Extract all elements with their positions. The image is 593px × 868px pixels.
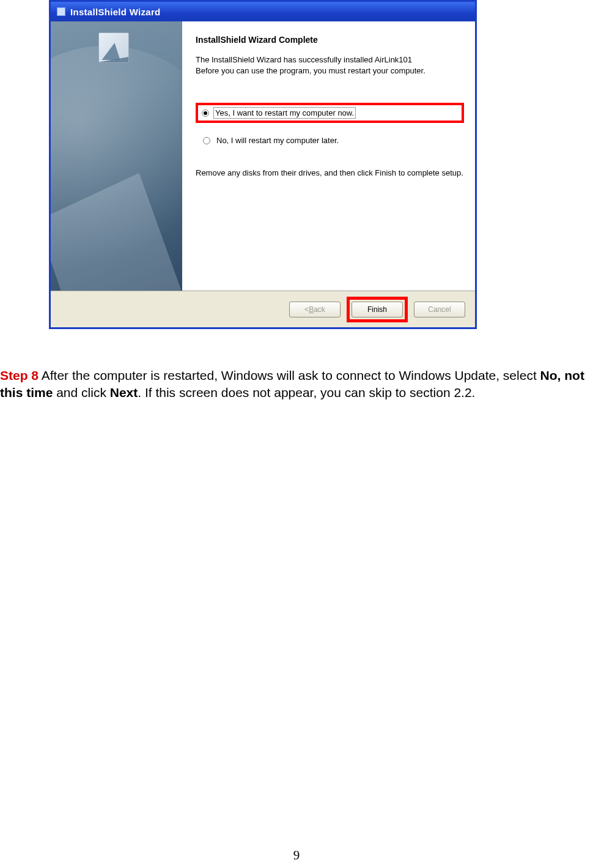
- radio-restart-later[interactable]: No, I will restart my computer later.: [203, 135, 464, 146]
- radio-restart-now[interactable]: Yes, I want to restart my computer now.: [202, 108, 459, 118]
- remove-disks-text: Remove any disks from their drives, and …: [196, 168, 464, 179]
- highlight-restart-now: Yes, I want to restart my computer now.: [196, 103, 464, 123]
- title-bar: InstallShield Wizard: [51, 2, 475, 21]
- back-button: < Back: [289, 302, 341, 317]
- desc-line-1: The InstallShield Wizard has successfull…: [196, 55, 412, 64]
- back-underline: B: [309, 305, 314, 314]
- wizard-heading: InstallShield Wizard Complete: [196, 35, 464, 45]
- step-text-2: and click: [53, 385, 109, 399]
- installshield-logo-icon: [98, 32, 129, 63]
- back-prefix: <: [304, 305, 309, 314]
- radio-restart-later-label: No, I will restart my computer later.: [215, 135, 340, 146]
- desc-line-2: Before you can use the program, you must…: [196, 66, 425, 75]
- step-text-1: After the computer is restarted, Windows…: [39, 368, 540, 382]
- radio-icon: [202, 109, 209, 117]
- step-text-3: . If this screen does not appear, you ca…: [138, 385, 475, 399]
- highlight-finish: Finish: [347, 297, 408, 322]
- finish-button[interactable]: Finish: [352, 302, 403, 317]
- step-instruction: Step 8 After the computer is restarted, …: [0, 367, 593, 402]
- radio-restart-now-label: Yes, I want to restart my computer now.: [214, 108, 355, 118]
- app-icon: [57, 7, 65, 16]
- window-title: InstallShield Wizard: [70, 7, 161, 17]
- cancel-button: Cancel: [414, 302, 465, 317]
- installshield-window: InstallShield Wizard InstallShield Wizar…: [49, 0, 477, 329]
- button-bar: < Back Finish Cancel: [51, 291, 475, 327]
- window-body: InstallShield Wizard Complete The Instal…: [51, 21, 475, 291]
- step-bold-2: Next: [110, 385, 138, 399]
- step-label: Step 8: [0, 368, 39, 382]
- wizard-sidebar-graphic: [51, 21, 182, 291]
- page-number: 9: [0, 848, 593, 863]
- wizard-description: The InstallShield Wizard has successfull…: [196, 54, 464, 76]
- wizard-content: InstallShield Wizard Complete The Instal…: [182, 21, 475, 291]
- back-rest: ack: [314, 305, 325, 314]
- radio-icon: [203, 137, 210, 144]
